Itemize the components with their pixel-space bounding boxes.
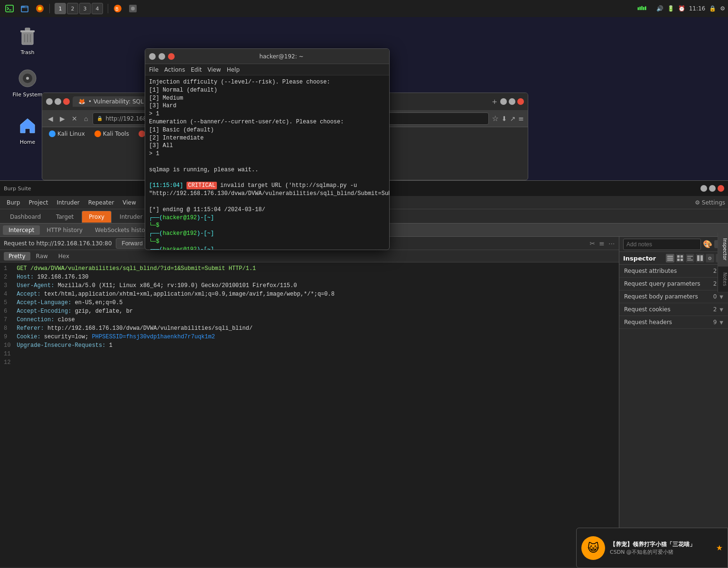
- terminal-prompt-1b: └─$: [149, 222, 385, 230]
- inspector-toolbar: 🎨 HTTP/1 ?: [619, 237, 728, 252]
- bookmark-star[interactable]: ☆: [492, 114, 498, 123]
- home-label: Home: [20, 139, 35, 145]
- burp-maximize[interactable]: [709, 185, 716, 192]
- settings-icon[interactable]: ⚙: [720, 5, 725, 12]
- inspector-query-params[interactable]: Request query parameters 2 ▼: [619, 278, 728, 290]
- terminal-title: hacker@192: ~: [177, 53, 385, 60]
- color-picker-icon[interactable]: 🎨: [703, 240, 712, 249]
- lock-icon[interactable]: 🔒: [709, 5, 716, 12]
- trash-icon: [16, 25, 39, 47]
- volume-icon[interactable]: 🔊: [656, 5, 663, 12]
- terminal-menu-actions[interactable]: Actions: [164, 66, 185, 73]
- rfmt-pretty[interactable]: Pretty: [4, 252, 30, 261]
- terminal-menu-edit[interactable]: Edit: [191, 66, 202, 73]
- ff-share[interactable]: ↗: [510, 115, 516, 122]
- side-tab-inspector[interactable]: Inspector: [718, 233, 728, 267]
- notification-popup[interactable]: 😺 【养宠】领养打字小猫「三花喵」 CSDN @不知名的可爱小猪 ★: [576, 528, 728, 568]
- burp-menu-intruder[interactable]: Intruder: [53, 198, 83, 207]
- workspace-4[interactable]: 4: [92, 3, 103, 14]
- req-line-1: 1 GET /dvwa/DVWA/vulnerabilities/sqli_bl…: [4, 264, 615, 273]
- terminal-minimize[interactable]: [149, 53, 156, 60]
- burp-menu-repeater[interactable]: Repeater: [84, 198, 118, 207]
- inspector-request-headers[interactable]: Request headers 9 ▼: [619, 316, 728, 329]
- ff-download[interactable]: ⬇: [502, 115, 507, 122]
- forward-button[interactable]: Forward: [116, 238, 149, 249]
- burp-menu-burp[interactable]: Burp: [3, 198, 24, 207]
- terminal-line-end: [*] ending @ 11:15:04 /2024-03-18/: [149, 206, 385, 214]
- cookies-chevron: ▼: [719, 307, 723, 312]
- burp-content-area: Request to http://192.168.176.130:80 For…: [0, 237, 728, 567]
- inspector-view-btns: ⚙ ✕: [666, 254, 724, 262]
- desktop-icon-filesystem[interactable]: File System: [9, 64, 47, 101]
- terminal-menu-view[interactable]: View: [207, 66, 221, 73]
- bookmark-kali-linux[interactable]: Kali Linux: [46, 130, 88, 138]
- inspector-split-btn[interactable]: [696, 254, 704, 262]
- notif-star: ★: [716, 543, 723, 552]
- firefox-maximize[interactable]: [55, 98, 61, 105]
- home-nav-btn[interactable]: ⌂: [82, 114, 90, 123]
- terminal-line-8: [2] Intermediate: [149, 134, 385, 142]
- inspector-cookies[interactable]: Request cookies 2 ▼: [619, 303, 728, 316]
- burp-close[interactable]: [718, 185, 724, 192]
- burp-menu-view[interactable]: View: [119, 198, 140, 207]
- inspector-format-btn[interactable]: [686, 254, 694, 262]
- inspector-view-list[interactable]: [666, 254, 674, 262]
- back-btn[interactable]: ◀: [46, 114, 55, 123]
- rfmt-raw[interactable]: Raw: [31, 252, 53, 261]
- bookmark-kali-tools[interactable]: Kali Tools: [92, 130, 132, 138]
- burp-tab-dashboard[interactable]: Dashboard: [3, 211, 48, 223]
- trash-label: Trash: [20, 49, 34, 56]
- request-format-tabs: Pretty Raw Hex: [0, 250, 619, 262]
- burp-menu-project[interactable]: Project: [25, 198, 52, 207]
- close-nav-btn[interactable]: ✕: [70, 114, 79, 123]
- burp-subtab-intercept[interactable]: Intercept: [3, 225, 40, 235]
- burp-minimize[interactable]: [700, 185, 707, 192]
- ff-close[interactable]: [517, 98, 524, 105]
- burp-tab-target[interactable]: Target: [49, 211, 81, 223]
- gear-icon: ⚙: [708, 256, 712, 261]
- workspace-2[interactable]: 2: [67, 3, 78, 14]
- battery-icon: 🔋: [667, 5, 674, 12]
- terminal-menu-file[interactable]: File: [149, 66, 159, 73]
- taskbar-app-extra[interactable]: [126, 2, 140, 15]
- inspector-view-grid[interactable]: [676, 254, 684, 262]
- new-tab-btn[interactable]: +: [492, 98, 497, 105]
- side-tab-notes[interactable]: Notes: [718, 267, 728, 292]
- ff-btn-2[interactable]: [509, 98, 515, 105]
- forward-nav-btn[interactable]: ▶: [58, 114, 67, 123]
- workspace-selector: 1 2 3 4: [55, 3, 103, 14]
- workspace-1[interactable]: 1: [55, 3, 66, 14]
- firefox-minimize[interactable]: [46, 98, 53, 105]
- terminal-line-critical: [11:15:04] CRITICAL invalid target URL (…: [149, 182, 385, 198]
- terminal-line-1: Injection difficulty (--level/--risk). P…: [149, 78, 385, 86]
- action-icon-1[interactable]: ✂: [590, 240, 596, 247]
- terminal-close[interactable]: [168, 53, 175, 60]
- inspector-settings-btn[interactable]: ⚙: [706, 254, 714, 262]
- ff-menu[interactable]: ≡: [518, 115, 524, 122]
- burp-subtab-http-history[interactable]: HTTP history: [41, 225, 88, 235]
- action-icon-2[interactable]: ≡: [599, 240, 605, 247]
- inspector-body-params[interactable]: Request body parameters 0 ▼: [619, 290, 728, 303]
- firefox-close[interactable]: [63, 98, 70, 105]
- burp-settings-link[interactable]: ⚙ Settings: [695, 199, 725, 206]
- action-icon-3[interactable]: ⋯: [608, 240, 615, 247]
- taskbar-app-burp[interactable]: B: [111, 2, 124, 15]
- rfmt-hex[interactable]: Hex: [54, 252, 74, 261]
- burp-tab-intruder[interactable]: Intruder: [112, 211, 149, 223]
- request-content[interactable]: 1 GET /dvwa/DVWA/vulnerabilities/sqli_bl…: [0, 262, 619, 567]
- side-tabs-panel: Inspector Notes: [718, 233, 728, 292]
- taskbar-app-firefox[interactable]: [33, 2, 47, 15]
- query-params-label: Request query parameters: [624, 280, 700, 287]
- inspector-request-attributes[interactable]: Request attributes 2 ▼: [619, 265, 728, 278]
- desktop-icon-home[interactable]: Home: [9, 112, 47, 148]
- workspace-3[interactable]: 3: [79, 3, 91, 14]
- notif-content: 【养宠】领养打字小猫「三花喵」 CSDN @不知名的可爱小猪: [610, 540, 711, 556]
- terminal-maximize[interactable]: [159, 53, 165, 60]
- ff-btn-1[interactable]: [500, 98, 507, 105]
- burp-tab-proxy[interactable]: Proxy: [82, 211, 112, 223]
- taskbar-app-terminal[interactable]: [3, 2, 16, 15]
- taskbar-app-files[interactable]: [18, 2, 31, 15]
- notes-input[interactable]: [623, 239, 701, 250]
- terminal-menu-help[interactable]: Help: [227, 66, 240, 73]
- desktop-icon-trash[interactable]: Trash: [9, 22, 47, 58]
